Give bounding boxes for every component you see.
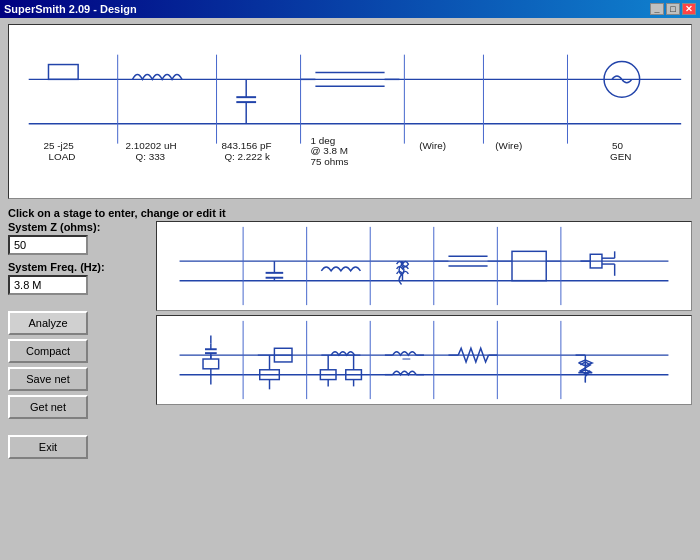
circuit-area[interactable]: 25 -j25 LOAD 2.10202 uH Q: 333 843.156 p… (8, 24, 692, 199)
save-net-button[interactable]: Save net (8, 367, 88, 391)
get-net-button[interactable]: Get net (8, 395, 88, 419)
system-freq-input[interactable] (8, 275, 88, 295)
title-bar: SuperSmith 2.09 - Design _ □ ✕ (0, 0, 700, 18)
left-panel: System Z (ohms): System Freq. (Hz): Anal… (8, 221, 148, 560)
svg-text:@ 3.8 M: @ 3.8 M (310, 146, 347, 157)
svg-rect-51 (512, 251, 546, 280)
minimize-button[interactable]: _ (650, 3, 664, 15)
svg-text:75  ohms: 75 ohms (310, 156, 348, 167)
svg-text:(Wire): (Wire) (419, 140, 446, 151)
svg-text:GEN: GEN (610, 151, 631, 162)
svg-rect-69 (203, 359, 219, 369)
close-button[interactable]: ✕ (682, 3, 696, 15)
palette-row-2[interactable] (156, 315, 692, 405)
content-area: System Z (ohms): System Freq. (Hz): Anal… (0, 221, 700, 560)
svg-text:(Wire): (Wire) (495, 140, 522, 151)
button-group: Analyze Compact Save net Get net (8, 311, 148, 419)
instruction-text: Click on a stage to enter, change or edi… (8, 207, 692, 219)
analyze-button[interactable]: Analyze (8, 311, 88, 335)
svg-text:25  -j25: 25 -j25 (44, 140, 75, 151)
system-z-input[interactable] (8, 235, 88, 255)
svg-text:50: 50 (612, 140, 623, 151)
main-window: 25 -j25 LOAD 2.10202 uH Q: 333 843.156 p… (0, 18, 700, 560)
exit-button[interactable]: Exit (8, 435, 88, 459)
exit-group: Exit (8, 435, 148, 459)
system-z-group: System Z (ohms): (8, 221, 148, 255)
component-palette (156, 221, 692, 560)
maximize-button[interactable]: □ (666, 3, 680, 15)
window-title: SuperSmith 2.09 - Design (4, 3, 137, 15)
circuit-diagram: 25 -j25 LOAD 2.10202 uH Q: 333 843.156 p… (9, 25, 691, 198)
palette-row-1[interactable] (156, 221, 692, 311)
svg-text:LOAD: LOAD (48, 151, 75, 162)
svg-text:2.10202 uH: 2.10202 uH (126, 140, 177, 151)
palette-row-2-svg (157, 316, 691, 404)
svg-text:Q: 333: Q: 333 (135, 151, 165, 162)
compact-button[interactable]: Compact (8, 339, 88, 363)
title-bar-buttons: _ □ ✕ (650, 3, 696, 15)
svg-text:1  deg: 1 deg (310, 135, 335, 146)
system-freq-group: System Freq. (Hz): (8, 261, 148, 295)
svg-text:Q: 2.222 k: Q: 2.222 k (224, 151, 270, 162)
svg-text:843.156 pF: 843.156 pF (221, 140, 271, 151)
svg-rect-2 (48, 65, 78, 80)
palette-row-1-svg (157, 222, 691, 310)
system-z-label: System Z (ohms): (8, 221, 148, 233)
system-freq-label: System Freq. (Hz): (8, 261, 148, 273)
